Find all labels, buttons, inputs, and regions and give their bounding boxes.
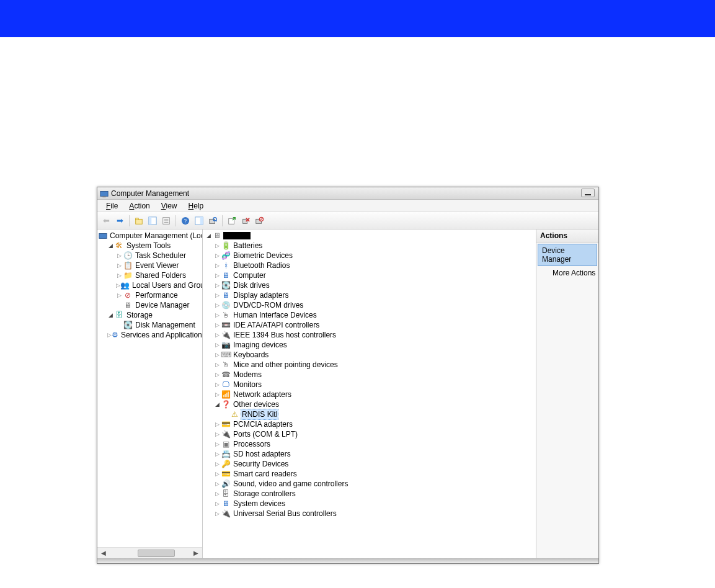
menu-action[interactable]: Action (124, 201, 154, 211)
disable-button[interactable] (253, 215, 265, 227)
expand-icon[interactable] (214, 350, 221, 360)
device-system[interactable]: 🖥System devices (205, 499, 536, 509)
expand-icon[interactable] (214, 300, 221, 310)
device-rndis-kitl[interactable]: ⚠RNDIS Kitl (205, 409, 536, 419)
menu-view[interactable]: View (156, 201, 182, 211)
device-batteries[interactable]: 🔋Batteries (205, 241, 536, 251)
minimize-button[interactable] (581, 189, 595, 197)
expand-icon[interactable] (214, 261, 221, 270)
device-ieee1394[interactable]: 🔌IEEE 1394 Bus host controllers (205, 330, 536, 340)
expand-icon[interactable] (107, 330, 112, 340)
device-security[interactable]: 🔑Security Devices (205, 459, 536, 469)
expand-icon[interactable] (214, 489, 221, 499)
device-processors[interactable]: ▣Processors (205, 439, 536, 449)
expand-icon[interactable] (214, 310, 221, 320)
expand-icon[interactable] (116, 290, 123, 300)
scan-hardware-button[interactable] (207, 215, 219, 227)
device-hid[interactable]: 🖱Human Interface Devices (205, 310, 536, 320)
expand-icon[interactable] (214, 320, 221, 330)
expand-icon[interactable] (214, 290, 221, 300)
expand-icon[interactable] (214, 429, 221, 439)
more-actions-link[interactable]: More Actions (536, 266, 598, 280)
up-button[interactable] (133, 215, 145, 227)
device-biometric[interactable]: 🧬Biometric Devices (205, 251, 536, 261)
expand-icon[interactable] (214, 399, 221, 409)
tree-event-viewer[interactable]: 📋Event Viewer (99, 261, 202, 270)
tree-shared-folders[interactable]: 📁Shared Folders (99, 270, 202, 280)
device-display-adapters[interactable]: 🖥Display adapters (205, 290, 536, 300)
expand-icon[interactable] (214, 449, 221, 459)
show-hide-action-button[interactable] (193, 215, 205, 227)
scroll-thumb[interactable] (138, 550, 175, 557)
device-pcmcia[interactable]: 💳PCMCIA adapters (205, 419, 536, 429)
expand-icon[interactable] (107, 241, 114, 251)
device-sound[interactable]: 🔊Sound, video and game controllers (205, 479, 536, 489)
actions-context[interactable]: Device Manager (538, 244, 597, 266)
expand-icon[interactable] (116, 280, 120, 290)
device-usb[interactable]: 🔌Universal Serial Bus controllers (205, 509, 536, 519)
device-sdhost[interactable]: 📇SD host adapters (205, 449, 536, 459)
expand-icon[interactable] (214, 360, 221, 370)
tree-system-tools[interactable]: 🛠 System Tools (99, 241, 202, 251)
expand-icon[interactable] (116, 270, 123, 280)
expand-icon[interactable] (214, 469, 221, 479)
expand-icon[interactable] (214, 479, 221, 489)
device-modems[interactable]: ☎Modems (205, 370, 536, 380)
properties-button[interactable] (160, 215, 172, 227)
update-driver-button[interactable] (226, 215, 238, 227)
tree-device-manager[interactable]: 🖥Device Manager (99, 300, 202, 310)
titlebar[interactable]: Computer Management (97, 187, 598, 200)
expand-icon[interactable] (214, 459, 221, 469)
expand-icon[interactable] (214, 390, 221, 399)
uninstall-button[interactable] (239, 215, 252, 227)
tree-storage[interactable]: 🗄 Storage (99, 310, 202, 320)
nav-forward-button[interactable]: ➡ (113, 215, 126, 227)
expand-icon[interactable] (205, 231, 212, 241)
device-computer[interactable]: 🖥Computer (205, 270, 536, 280)
tree-task-scheduler[interactable]: 🕒Task Scheduler (99, 251, 202, 261)
expand-icon[interactable] (214, 280, 221, 290)
menu-help[interactable]: Help (184, 201, 209, 211)
device-storage-controllers[interactable]: 🗄Storage controllers (205, 489, 536, 499)
expand-icon[interactable] (214, 499, 221, 509)
expand-icon[interactable] (214, 370, 221, 380)
expand-icon[interactable] (214, 509, 221, 519)
expand-icon[interactable] (107, 310, 114, 320)
expand-icon[interactable] (214, 270, 221, 280)
device-mice[interactable]: 🖱Mice and other pointing devices (205, 360, 536, 370)
tree-services-apps[interactable]: ⚙ Services and Applications (99, 330, 202, 340)
expand-icon[interactable] (214, 340, 221, 350)
expand-icon[interactable] (116, 261, 123, 270)
help-button[interactable]: ? (179, 215, 192, 227)
expand-icon[interactable] (214, 330, 221, 340)
device-ide[interactable]: 📼IDE ATA/ATAPI controllers (205, 320, 536, 330)
expand-icon[interactable] (214, 380, 221, 390)
tree-performance[interactable]: ⊘Performance (99, 290, 202, 300)
device-monitors[interactable]: 🖵Monitors (205, 380, 536, 390)
scroll-left-icon[interactable]: ◀ (99, 548, 109, 558)
device-network[interactable]: 📶Network adapters (205, 390, 536, 399)
expand-icon[interactable] (214, 439, 221, 449)
tree-root-computer-management[interactable]: Computer Management (Local (99, 231, 202, 241)
menu-file[interactable]: File (101, 201, 123, 211)
tree-local-users[interactable]: 👥Local Users and Groups (99, 280, 202, 290)
device-smartcard[interactable]: 💳Smart card readers (205, 469, 536, 479)
device-ports[interactable]: 🔌Ports (COM & LPT) (205, 429, 536, 439)
device-disk-drives[interactable]: 💽Disk drives (205, 280, 536, 290)
console-tree-pane[interactable]: Computer Management (Local 🛠 System Tool… (97, 229, 203, 558)
expand-icon[interactable] (214, 241, 221, 251)
device-bluetooth[interactable]: ᚼBluetooth Radios (205, 261, 536, 270)
expand-icon[interactable] (214, 251, 221, 261)
device-tree-pane[interactable]: 🖥 🔋Batteries 🧬Biometric Devices ᚼBluetoo… (203, 229, 536, 558)
device-dvd[interactable]: 💿DVD/CD-ROM drives (205, 300, 536, 310)
device-keyboards[interactable]: ⌨Keyboards (205, 350, 536, 360)
nav-back-button[interactable]: ⬅ (100, 215, 112, 227)
scroll-right-icon[interactable]: ▶ (191, 548, 201, 558)
device-other[interactable]: ❓Other devices (205, 399, 536, 409)
device-imaging[interactable]: 📷Imaging devices (205, 340, 536, 350)
show-hide-tree-button[interactable] (146, 215, 159, 227)
expand-icon[interactable] (116, 251, 123, 261)
expand-icon[interactable] (214, 419, 221, 429)
tree-disk-management[interactable]: 💽Disk Management (99, 320, 202, 330)
horizontal-scrollbar[interactable]: ◀ ▶ (97, 547, 202, 558)
